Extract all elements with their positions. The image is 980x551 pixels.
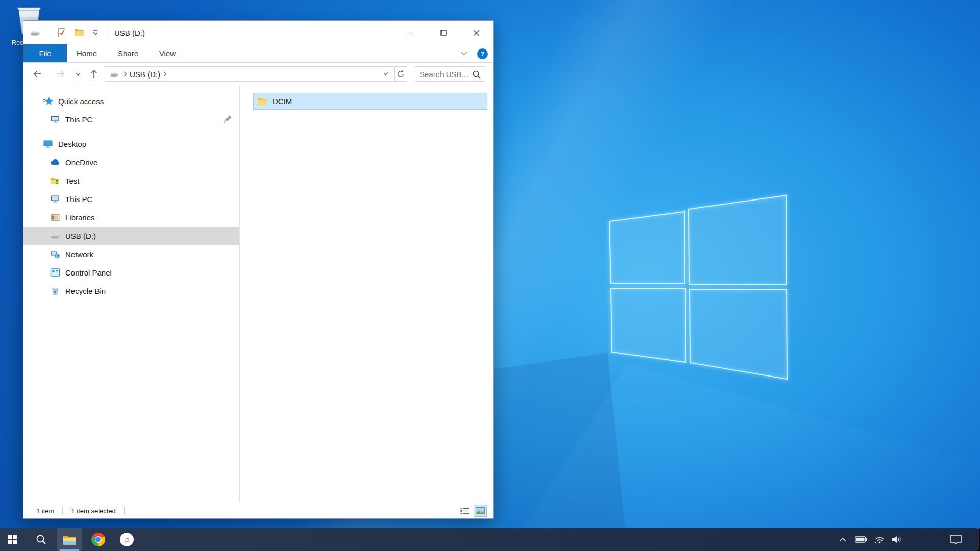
- action-center-button[interactable]: [945, 528, 966, 551]
- sidebar-item-test-user-folder[interactable]: Test: [23, 171, 239, 190]
- close-icon: [473, 30, 480, 36]
- address-bar[interactable]: USB (D:): [105, 66, 393, 82]
- search-box: [415, 66, 485, 82]
- tab-home[interactable]: Home: [69, 44, 105, 62]
- minimize-icon: [407, 30, 413, 36]
- help-button[interactable]: ?: [477, 48, 488, 59]
- search-input[interactable]: [420, 67, 473, 81]
- sidebar-item-label: Network: [65, 250, 93, 259]
- search-icon[interactable]: [472, 70, 481, 79]
- new-folder-icon: [74, 28, 84, 37]
- folder-icon: [63, 534, 77, 545]
- sidebar-item-label: This PC: [65, 115, 92, 124]
- control-panel-icon: [50, 267, 60, 278]
- folder-icon: [257, 97, 267, 106]
- tab-share[interactable]: Share: [110, 44, 146, 62]
- status-bar: 1 item 1 item selected: [23, 503, 493, 518]
- window-controls: [394, 21, 493, 44]
- battery-tray-button[interactable]: [853, 528, 869, 551]
- sidebar-item-label: Quick access: [58, 97, 104, 106]
- recent-locations-button[interactable]: [73, 67, 83, 81]
- maximize-button[interactable]: [427, 21, 460, 44]
- search-icon: [36, 534, 46, 545]
- taskbar-search-button[interactable]: [29, 528, 53, 551]
- large-icons-view-icon: [476, 507, 485, 514]
- refresh-button[interactable]: [394, 66, 407, 82]
- quick-access-star-icon: [43, 96, 53, 106]
- quick-access-toolbar: [23, 27, 110, 39]
- recycle-bin-icon: [50, 286, 60, 296]
- wifi-icon: [874, 535, 886, 544]
- breadcrumb-chevron-icon[interactable]: [162, 71, 167, 77]
- tab-view[interactable]: View: [150, 44, 185, 62]
- up-button[interactable]: [87, 67, 101, 81]
- back-button[interactable]: [30, 67, 44, 81]
- sidebar-item-usb-drive[interactable]: USB (D:): [23, 227, 239, 245]
- sidebar-item-this-pc-pinned[interactable]: This PC: [23, 110, 239, 129]
- separator: [62, 507, 63, 515]
- breadcrumb-chevron-icon[interactable]: [122, 71, 128, 77]
- sidebar-item-desktop[interactable]: Desktop: [23, 135, 239, 153]
- file-explorer-window: USB (D:) File Home Share View: [23, 20, 494, 519]
- volume-tray-button[interactable]: [889, 528, 905, 551]
- new-folder-button[interactable]: [73, 27, 85, 39]
- sidebar-item-control-panel[interactable]: Control Panel: [23, 263, 239, 282]
- libraries-icon: [50, 212, 60, 222]
- file-item-name: DCIM: [273, 97, 292, 106]
- sidebar-item-label: OneDrive: [65, 158, 97, 167]
- usb-drive-icon: [30, 28, 41, 38]
- sidebar-item-onedrive[interactable]: OneDrive: [23, 153, 239, 171]
- minimize-button[interactable]: [394, 21, 427, 44]
- volume-icon: [892, 535, 903, 544]
- usb-drive-icon: [109, 69, 119, 79]
- windows-logo-icon: [8, 535, 17, 544]
- start-button[interactable]: [0, 528, 24, 551]
- details-view-button[interactable]: [458, 505, 471, 516]
- sidebar-item-recycle-bin[interactable]: Recycle Bin: [23, 282, 239, 300]
- taskbar: ♫: [0, 528, 980, 551]
- large-icons-view-button[interactable]: [474, 505, 486, 516]
- selection-count: 1 item selected: [71, 507, 115, 515]
- desktop-icon: [43, 139, 53, 149]
- breadcrumb-location[interactable]: USB (D:): [130, 70, 160, 79]
- sidebar-item-network[interactable]: Network: [23, 245, 239, 263]
- network-icon: [50, 249, 60, 259]
- file-item-dcim[interactable]: DCIM: [253, 93, 487, 110]
- onedrive-cloud-icon: [50, 157, 60, 167]
- separator: [108, 28, 108, 37]
- battery-icon: [855, 536, 867, 543]
- sidebar-item-label: Libraries: [65, 213, 95, 222]
- customize-quick-access-button[interactable]: [90, 27, 101, 39]
- tab-file[interactable]: File: [23, 44, 67, 62]
- sidebar-item-label: Recycle Bin: [65, 287, 106, 295]
- ribbon-tab-row: File Home Share View ?: [23, 44, 493, 63]
- expand-ribbon-chevron-icon: [460, 51, 468, 57]
- sidebar-item-label: This PC: [65, 195, 92, 204]
- chevron-up-icon: [839, 537, 847, 542]
- sidebar-item-quick-access[interactable]: Quick access: [23, 92, 239, 110]
- expand-ribbon-button[interactable]: [458, 47, 470, 60]
- taskbar-file-explorer-button[interactable]: [57, 528, 82, 551]
- customize-quick-access-icon: [92, 29, 99, 36]
- action-center-icon: [949, 534, 962, 545]
- hidden-icons-button[interactable]: [835, 528, 850, 551]
- sidebar-item-libraries[interactable]: Libraries: [23, 208, 239, 227]
- this-pc-icon: [50, 114, 60, 124]
- taskbar-chrome-button[interactable]: [86, 528, 110, 551]
- taskbar-itunes-button[interactable]: ♫: [114, 528, 139, 551]
- navigation-bar: USB (D:): [23, 63, 493, 85]
- wifi-tray-button[interactable]: [872, 528, 887, 551]
- itunes-icon: ♫: [120, 533, 134, 546]
- up-icon: [89, 68, 99, 80]
- separator: [48, 28, 48, 37]
- show-desktop-button[interactable]: [977, 528, 980, 551]
- close-button[interactable]: [460, 21, 493, 44]
- properties-icon: [57, 28, 66, 38]
- sidebar-item-this-pc[interactable]: This PC: [23, 190, 239, 208]
- titlebar: USB (D:): [23, 21, 493, 44]
- properties-button[interactable]: [56, 27, 68, 39]
- forward-button[interactable]: [54, 67, 68, 81]
- file-list-pane[interactable]: DCIM: [240, 85, 493, 503]
- refresh-icon: [397, 70, 405, 78]
- address-dropdown-button[interactable]: [379, 67, 393, 81]
